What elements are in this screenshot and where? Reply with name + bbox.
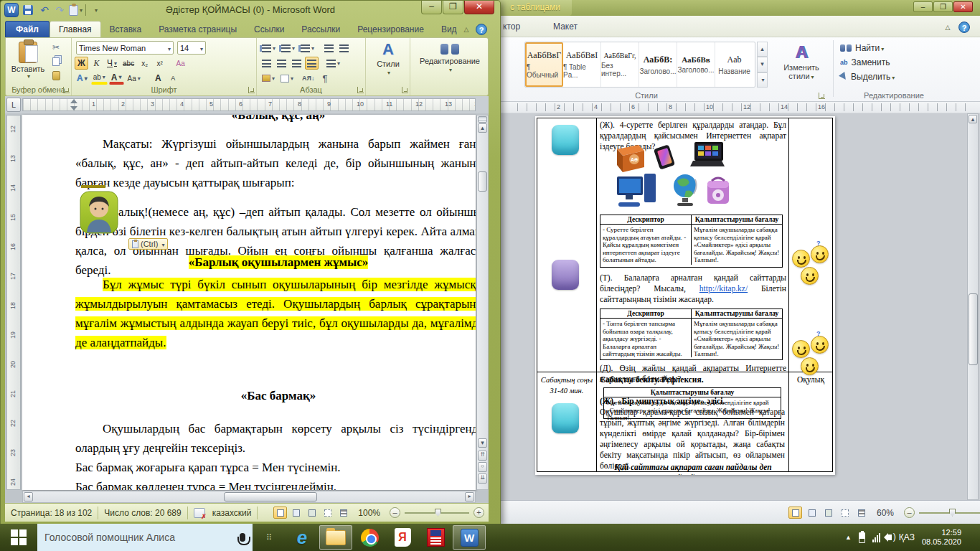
- font-size-select[interactable]: 14: [177, 41, 206, 55]
- reading-view-button[interactable]: [805, 507, 819, 519]
- zoom-level[interactable]: 100%: [358, 508, 380, 518]
- word-window-front[interactable]: W Әдістер ҚОЙМАСЫ (0) - Microsoft Word –…: [0, 0, 501, 524]
- editing-button[interactable]: Редактирование: [413, 41, 486, 73]
- styles-dialog-launcher[interactable]: [402, 87, 408, 93]
- spellcheck-icon[interactable]: [194, 508, 205, 518]
- styles-button[interactable]: А Стили: [370, 41, 406, 76]
- vertical-scrollbar[interactable]: ⇈ ○ ⇊: [476, 115, 489, 490]
- tab-layout[interactable]: Макет: [553, 22, 578, 32]
- document-area[interactable]: L 12345678910111213141516 12131415161718…: [5, 96, 489, 503]
- back-horizontal-ruler[interactable]: 246810121416: [496, 102, 980, 113]
- help-icon[interactable]: ?: [958, 22, 970, 33]
- draft-view-button[interactable]: [854, 507, 868, 519]
- collapse-ribbon-icon[interactable]: [461, 24, 471, 34]
- multilevel-list-button[interactable]: [298, 42, 316, 55]
- taskbar-search[interactable]: Голосовой помощник Алиса: [37, 524, 253, 551]
- language-switch[interactable]: ҚАЗ: [899, 532, 915, 542]
- horizontal-ruler[interactable]: 12345678910111213141516: [22, 98, 476, 111]
- bullets-button[interactable]: [260, 42, 278, 55]
- restore-button[interactable]: ❐: [933, 1, 953, 12]
- select-button[interactable]: Выделить: [840, 70, 948, 84]
- page-indicator[interactable]: Страница: 18 из 102: [11, 508, 92, 518]
- cut-button[interactable]: [49, 41, 63, 53]
- gallery-scroll-up[interactable]: [757, 42, 768, 57]
- word-taskbar-button[interactable]: W: [453, 525, 486, 550]
- scroll-down-button[interactable]: [478, 438, 487, 448]
- style-normal[interactable]: АаБбВвГ ¶ Обычный: [525, 42, 563, 87]
- tab-home[interactable]: Главная: [50, 21, 101, 37]
- first-line-indent-marker[interactable]: [70, 99, 77, 103]
- shading-button[interactable]: [260, 72, 277, 85]
- reading-view-button[interactable]: [289, 507, 303, 519]
- highlight-color-button[interactable]: ab: [91, 72, 108, 85]
- pasted-avatar-image[interactable]: [80, 191, 118, 234]
- gallery-more[interactable]: [757, 72, 768, 88]
- text-effects-button[interactable]: А: [75, 72, 90, 85]
- tab-file[interactable]: Файл: [5, 21, 50, 37]
- outline-view-button[interactable]: [838, 507, 852, 519]
- battery-icon[interactable]: [859, 532, 865, 543]
- volume-icon[interactable]: [887, 534, 892, 540]
- align-center-button[interactable]: [275, 57, 288, 70]
- change-case-button[interactable]: Аа: [126, 72, 143, 85]
- tab-selector[interactable]: L: [6, 98, 21, 112]
- show-marks-button[interactable]: [319, 72, 332, 85]
- web-layout-view-button[interactable]: [305, 507, 319, 519]
- numbering-button[interactable]: [279, 42, 297, 55]
- minimize-button[interactable]: –: [421, 1, 442, 14]
- bold-button[interactable]: Ж: [75, 57, 88, 70]
- tab-mailings[interactable]: Рассылки: [293, 22, 349, 37]
- styles-dialog-launcher[interactable]: [819, 93, 825, 99]
- network-icon[interactable]: [872, 533, 880, 542]
- format-painter-button[interactable]: [49, 70, 63, 82]
- draft-view-button[interactable]: [336, 507, 350, 519]
- tab-constructor[interactable]: ктор: [503, 22, 520, 32]
- microphone-icon[interactable]: [240, 533, 245, 542]
- tab-insert[interactable]: Вставка: [101, 22, 151, 37]
- zoom-slider[interactable]: – +: [390, 507, 484, 518]
- subscript-button[interactable]: x₂: [138, 57, 151, 70]
- font-name-select[interactable]: Times New Roman: [76, 41, 174, 55]
- font-color-button[interactable]: А: [109, 72, 124, 85]
- style-no-spacing[interactable]: АаБбВвГг, Без интер...: [601, 42, 639, 87]
- close-button[interactable]: ✕: [953, 1, 973, 12]
- align-right-button[interactable]: [290, 57, 303, 70]
- vertical-ruler[interactable]: 1213141516171819202122232425: [6, 115, 21, 490]
- collapse-ribbon-icon[interactable]: [943, 22, 953, 32]
- zoom-knob[interactable]: [435, 509, 441, 517]
- sort-button[interactable]: АЯ↓: [300, 72, 316, 85]
- gallery-scroll-down[interactable]: [757, 57, 768, 72]
- zoom-in-button[interactable]: +: [473, 507, 484, 518]
- zoom-slider[interactable]: – +: [904, 507, 980, 518]
- zoom-level[interactable]: 60%: [877, 508, 894, 518]
- floppy-app-button[interactable]: [419, 524, 452, 551]
- shrink-font-button[interactable]: А: [166, 72, 180, 85]
- paste-options-floatie[interactable]: (Ctrl): [128, 238, 168, 250]
- scroll-up-button[interactable]: [478, 123, 487, 133]
- style-title[interactable]: Aab Название: [715, 42, 753, 87]
- find-button[interactable]: Найти: [840, 41, 948, 55]
- paragraph-dialog-launcher[interactable]: [357, 87, 364, 93]
- clock[interactable]: 12:59 08.05.2020: [922, 528, 961, 547]
- zoom-out-button[interactable]: –: [904, 507, 915, 518]
- print-layout-view-button[interactable]: [788, 507, 802, 519]
- print-layout-view-button[interactable]: [273, 507, 287, 519]
- tab-review[interactable]: Рецензирование: [349, 22, 433, 37]
- copy-button[interactable]: [49, 55, 63, 67]
- tab-view[interactable]: Вид: [433, 22, 466, 37]
- hanging-indent-marker[interactable]: [70, 106, 77, 110]
- word-window-back[interactable]: с таблицами – ❐ ✕ ктор Макет ? АаБбВвГ ¶…: [495, 0, 980, 524]
- tab-page-layout[interactable]: Разметка страницы: [150, 22, 245, 37]
- replace-button[interactable]: ab Заменить: [840, 55, 948, 70]
- chrome-button[interactable]: [353, 524, 386, 551]
- outline-view-button[interactable]: [321, 507, 334, 519]
- web-layout-view-button[interactable]: [821, 507, 835, 519]
- help-icon[interactable]: ?: [476, 24, 487, 35]
- minimize-button[interactable]: –: [913, 1, 933, 12]
- split-handle[interactable]: [478, 116, 487, 123]
- back-document-area[interactable]: (Ж). 4-суретте берілген құралдарды атаңд…: [496, 113, 980, 500]
- clipboard-dialog-launcher[interactable]: [63, 87, 70, 93]
- grow-font-button[interactable]: А: [151, 72, 165, 85]
- font-dialog-launcher[interactable]: [248, 87, 255, 93]
- align-left-button[interactable]: [260, 57, 273, 70]
